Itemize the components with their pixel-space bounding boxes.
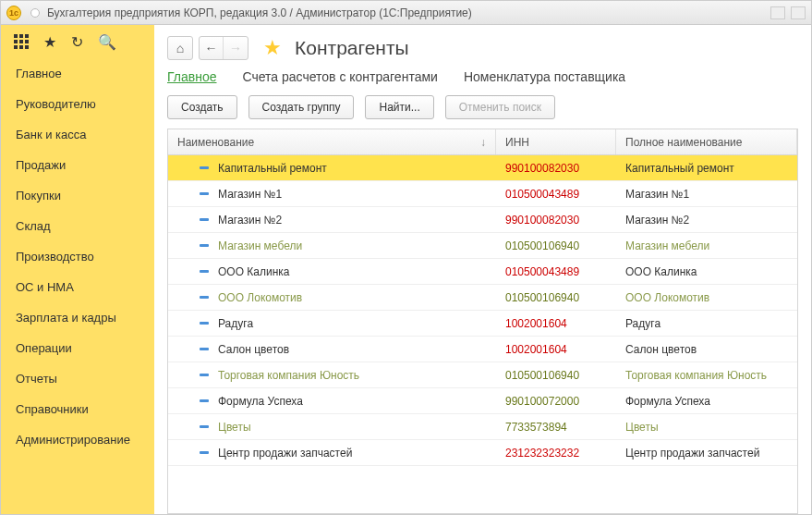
titlebar: 1c Бухгалтерия предприятия КОРП, редакци… (1, 1, 811, 25)
row-full-name: Салон цветов (616, 343, 797, 356)
table-row[interactable]: Центр продажи запчастей231232323232Центр… (168, 440, 797, 466)
toolbar: Создать Создать группу Найти... Отменить… (167, 95, 798, 119)
row-inn: 990100072000 (496, 395, 616, 408)
row-full-name: Капитальный ремонт (616, 162, 797, 175)
column-name[interactable]: Наименование↓ (168, 129, 496, 154)
sidebar-item[interactable]: Операции (1, 333, 154, 363)
apps-grid-icon[interactable] (14, 34, 29, 49)
item-icon (200, 270, 209, 273)
row-inn: 010500106940 (496, 369, 616, 382)
data-table: Наименование↓ ИНН Полное наименование Ка… (167, 129, 798, 514)
row-name: Торговая компания Юность (218, 369, 359, 382)
sidebar-item[interactable]: Администрирование (1, 424, 154, 455)
app-logo-icon: 1c (6, 6, 21, 20)
row-name: Радуга (218, 317, 253, 330)
row-full-name: Радуга (616, 317, 797, 330)
row-inn: 010500106940 (496, 239, 616, 252)
item-icon (200, 192, 209, 195)
table-row[interactable]: Формула Успеха990100072000Формула Успеха (168, 388, 797, 414)
item-icon (200, 296, 209, 299)
home-button[interactable]: ⌂ (167, 36, 193, 60)
back-button[interactable]: ← (200, 37, 224, 59)
table-header: Наименование↓ ИНН Полное наименование (168, 129, 797, 155)
row-full-name: Магазин мебели (616, 239, 797, 252)
table-row[interactable]: ООО Калинка010500043489ООО Калинка (168, 259, 797, 285)
row-name: Центр продажи запчастей (218, 447, 352, 460)
search-icon[interactable]: 🔍 (98, 33, 116, 51)
main-area: ⌂ ← → ★ Контрагенты ГлавноеСчета расчето… (154, 25, 811, 514)
sidebar-item[interactable]: Покупки (1, 180, 154, 211)
sidebar-item[interactable]: Банк и касса (1, 119, 154, 150)
sidebar-item[interactable]: Продажи (1, 150, 154, 180)
table-row[interactable]: Магазин мебели010500106940Магазин мебели (168, 233, 797, 259)
table-body[interactable]: Капитальный ремонт990100082030Капитальны… (168, 155, 797, 513)
window-maximize-icon[interactable] (791, 6, 806, 19)
row-full-name: Цветы (616, 421, 797, 434)
row-inn: 7733573894 (496, 421, 616, 434)
row-full-name: Формула Успеха (616, 395, 797, 408)
window-title: Бухгалтерия предприятия КОРП, редакция 3… (47, 6, 472, 19)
column-full[interactable]: Полное наименование (616, 129, 797, 154)
row-full-name: Торговая компания Юность (616, 369, 797, 382)
row-full-name: ООО Калинка (616, 265, 797, 278)
row-name: ООО Локомотив (218, 291, 302, 304)
table-row[interactable]: Радуга1002001604Радуга (168, 311, 797, 337)
row-name: Формула Успеха (218, 395, 303, 408)
row-full-name: Магазин №2 (616, 214, 797, 227)
item-icon (200, 218, 209, 221)
row-name: Салон цветов (218, 343, 289, 356)
table-row[interactable]: ООО Локомотив010500106940ООО Локомотив (168, 285, 797, 311)
table-row[interactable]: Цветы7733573894Цветы (168, 414, 797, 440)
window-minimize-icon[interactable] (770, 6, 785, 19)
row-inn: 010500043489 (496, 188, 616, 201)
row-inn: 010500043489 (496, 265, 616, 278)
row-inn: 010500106940 (496, 291, 616, 304)
page-star-icon[interactable]: ★ (263, 36, 282, 60)
item-icon (200, 166, 209, 169)
table-row[interactable]: Капитальный ремонт990100082030Капитальны… (168, 155, 797, 181)
page-title: Контрагенты (295, 37, 409, 59)
sidebar-item[interactable]: Производство (1, 241, 154, 272)
sidebar-item[interactable]: Зарплата и кадры (1, 302, 154, 333)
sidebar-item[interactable]: ОС и НМА (1, 272, 154, 302)
forward-button[interactable]: → (224, 37, 248, 59)
sidebar-item[interactable]: Склад (1, 211, 154, 241)
sidebar-item[interactable]: Справочники (1, 394, 154, 424)
favorite-star-icon[interactable]: ★ (43, 33, 56, 51)
item-icon (200, 399, 209, 402)
sort-indicator-icon: ↓ (480, 136, 486, 149)
table-row[interactable]: Салон цветов1002001604Салон цветов (168, 337, 797, 362)
item-icon (200, 451, 209, 454)
item-icon (200, 322, 209, 325)
table-row[interactable]: Магазин №2990100082030Магазин №2 (168, 207, 797, 233)
create-group-button[interactable]: Создать группу (248, 95, 355, 119)
row-name: Цветы (218, 421, 251, 434)
find-button[interactable]: Найти... (365, 95, 433, 119)
sidebar-item[interactable]: Руководителю (1, 89, 154, 119)
tab[interactable]: Счета расчетов с контрагентами (243, 69, 438, 84)
item-icon (200, 348, 209, 350)
tabs: ГлавноеСчета расчетов с контрагентамиНом… (167, 69, 798, 84)
row-full-name: ООО Локомотив (616, 291, 797, 304)
item-icon (200, 425, 209, 428)
row-name: Магазин мебели (218, 239, 302, 252)
sidebar: ★ ↻ 🔍 ГлавноеРуководителюБанк и кассаПро… (1, 25, 154, 514)
app-window: 1c Бухгалтерия предприятия КОРП, редакци… (0, 0, 812, 515)
cancel-search-button[interactable]: Отменить поиск (445, 95, 555, 119)
column-inn[interactable]: ИНН (496, 129, 616, 154)
table-row[interactable]: Торговая компания Юность010500106940Торг… (168, 362, 797, 388)
sidebar-item[interactable]: Главное (1, 58, 154, 89)
nav-group: ← → (199, 36, 248, 60)
row-full-name: Центр продажи запчастей (616, 447, 797, 460)
tab[interactable]: Номенклатура поставщика (464, 69, 625, 84)
tab[interactable]: Главное (167, 69, 217, 84)
table-row[interactable]: Магазин №1010500043489Магазин №1 (168, 181, 797, 207)
sidebar-item[interactable]: Отчеты (1, 363, 154, 394)
row-inn: 231232323232 (496, 447, 616, 460)
history-icon[interactable]: ↻ (71, 33, 83, 51)
row-inn: 1002001604 (496, 343, 616, 356)
titlebar-dot-icon (30, 8, 40, 18)
item-icon (200, 374, 209, 376)
topbar: ⌂ ← → ★ Контрагенты (167, 36, 798, 60)
create-button[interactable]: Создать (167, 95, 237, 119)
